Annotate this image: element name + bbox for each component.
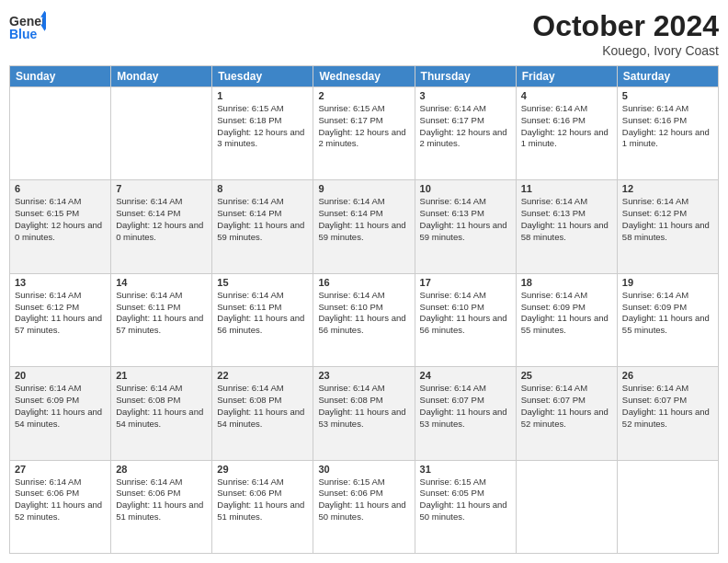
day-number: 13 (15, 277, 106, 288)
calendar-cell: 10Sunrise: 6:14 AMSunset: 6:13 PMDayligh… (415, 180, 516, 273)
month-title: October 2024 (532, 9, 719, 43)
calendar-cell: 31Sunrise: 6:15 AMSunset: 6:05 PMDayligh… (415, 460, 516, 553)
day-info: Sunrise: 6:14 AMSunset: 6:07 PMDaylight:… (521, 383, 612, 430)
col-header-sunday: Sunday (10, 66, 111, 87)
day-number: 24 (420, 370, 511, 381)
week-row-1: 1Sunrise: 6:15 AMSunset: 6:18 PMDaylight… (10, 87, 719, 180)
week-row-4: 20Sunrise: 6:14 AMSunset: 6:09 PMDayligh… (10, 367, 719, 460)
title-block: October 2024 Kouego, Ivory Coast (532, 9, 719, 58)
day-info: Sunrise: 6:14 AMSunset: 6:07 PMDaylight:… (420, 383, 511, 430)
day-info: Sunrise: 6:14 AMSunset: 6:11 PMDaylight:… (116, 290, 207, 337)
calendar-cell (111, 87, 212, 180)
calendar-cell: 28Sunrise: 6:14 AMSunset: 6:06 PMDayligh… (111, 460, 212, 553)
day-number: 31 (420, 464, 511, 475)
day-info: Sunrise: 6:14 AMSunset: 6:07 PMDaylight:… (622, 383, 713, 430)
header-row: SundayMondayTuesdayWednesdayThursdayFrid… (10, 66, 719, 87)
day-info: Sunrise: 6:14 AMSunset: 6:06 PMDaylight:… (217, 477, 308, 523)
calendar-cell: 2Sunrise: 6:15 AMSunset: 6:17 PMDaylight… (313, 87, 415, 180)
day-info: Sunrise: 6:14 AMSunset: 6:09 PMDaylight:… (622, 290, 713, 337)
day-number: 20 (15, 370, 106, 381)
calendar-cell: 4Sunrise: 6:14 AMSunset: 6:16 PMDaylight… (516, 87, 617, 180)
calendar-cell: 3Sunrise: 6:14 AMSunset: 6:17 PMDaylight… (415, 87, 516, 180)
day-info: Sunrise: 6:14 AMSunset: 6:14 PMDaylight:… (318, 196, 409, 243)
day-number: 12 (622, 183, 713, 194)
calendar-cell: 5Sunrise: 6:14 AMSunset: 6:16 PMDaylight… (617, 87, 718, 180)
calendar-cell: 22Sunrise: 6:14 AMSunset: 6:08 PMDayligh… (212, 367, 313, 460)
col-header-monday: Monday (111, 66, 212, 87)
calendar-cell: 21Sunrise: 6:14 AMSunset: 6:08 PMDayligh… (111, 367, 212, 460)
day-number: 14 (116, 277, 207, 288)
day-number: 21 (116, 370, 207, 381)
calendar-cell: 18Sunrise: 6:14 AMSunset: 6:09 PMDayligh… (516, 273, 617, 366)
day-info: Sunrise: 6:14 AMSunset: 6:14 PMDaylight:… (116, 196, 207, 243)
day-info: Sunrise: 6:14 AMSunset: 6:12 PMDaylight:… (622, 196, 713, 243)
day-info: Sunrise: 6:15 AMSunset: 6:05 PMDaylight:… (420, 477, 511, 523)
calendar-cell: 6Sunrise: 6:14 AMSunset: 6:15 PMDaylight… (10, 180, 111, 273)
day-info: Sunrise: 6:14 AMSunset: 6:10 PMDaylight:… (318, 290, 409, 337)
week-row-2: 6Sunrise: 6:14 AMSunset: 6:15 PMDaylight… (10, 180, 719, 273)
calendar-cell: 1Sunrise: 6:15 AMSunset: 6:18 PMDaylight… (212, 87, 313, 180)
day-number: 4 (521, 90, 612, 101)
day-info: Sunrise: 6:14 AMSunset: 6:09 PMDaylight:… (15, 383, 106, 430)
day-info: Sunrise: 6:14 AMSunset: 6:08 PMDaylight:… (318, 383, 409, 430)
day-number: 29 (217, 464, 308, 475)
col-header-saturday: Saturday (617, 66, 718, 87)
calendar-cell: 15Sunrise: 6:14 AMSunset: 6:11 PMDayligh… (212, 273, 313, 366)
calendar-table: SundayMondayTuesdayWednesdayThursdayFrid… (9, 65, 719, 554)
day-number: 28 (116, 464, 207, 475)
day-number: 17 (420, 277, 511, 288)
calendar-cell: 12Sunrise: 6:14 AMSunset: 6:12 PMDayligh… (617, 180, 718, 273)
calendar-cell: 25Sunrise: 6:14 AMSunset: 6:07 PMDayligh… (516, 367, 617, 460)
day-number: 18 (521, 277, 612, 288)
calendar-page: General Blue October 2024 Kouego, Ivory … (0, 0, 728, 563)
day-info: Sunrise: 6:14 AMSunset: 6:06 PMDaylight:… (15, 477, 106, 523)
day-number: 11 (521, 183, 612, 194)
day-info: Sunrise: 6:14 AMSunset: 6:16 PMDaylight:… (622, 103, 713, 150)
day-number: 27 (15, 464, 106, 475)
day-number: 23 (318, 370, 409, 381)
day-number: 8 (217, 183, 308, 194)
calendar-cell: 16Sunrise: 6:14 AMSunset: 6:10 PMDayligh… (313, 273, 415, 366)
calendar-cell (10, 87, 111, 180)
week-row-3: 13Sunrise: 6:14 AMSunset: 6:12 PMDayligh… (10, 273, 719, 366)
calendar-cell: 26Sunrise: 6:14 AMSunset: 6:07 PMDayligh… (617, 367, 718, 460)
calendar-cell: 27Sunrise: 6:14 AMSunset: 6:06 PMDayligh… (10, 460, 111, 553)
day-number: 10 (420, 183, 511, 194)
day-info: Sunrise: 6:14 AMSunset: 6:17 PMDaylight:… (420, 103, 511, 150)
day-info: Sunrise: 6:14 AMSunset: 6:10 PMDaylight:… (420, 290, 511, 337)
day-info: Sunrise: 6:14 AMSunset: 6:12 PMDaylight:… (15, 290, 106, 337)
day-info: Sunrise: 6:14 AMSunset: 6:14 PMDaylight:… (217, 196, 308, 243)
col-header-friday: Friday (516, 66, 617, 87)
day-number: 1 (217, 90, 308, 101)
calendar-cell: 7Sunrise: 6:14 AMSunset: 6:14 PMDaylight… (111, 180, 212, 273)
logo-icon: General Blue (9, 9, 46, 46)
day-info: Sunrise: 6:14 AMSunset: 6:13 PMDaylight:… (521, 196, 612, 243)
day-number: 3 (420, 90, 511, 101)
day-info: Sunrise: 6:15 AMSunset: 6:18 PMDaylight:… (217, 103, 308, 150)
day-info: Sunrise: 6:14 AMSunset: 6:08 PMDaylight:… (116, 383, 207, 430)
calendar-cell: 23Sunrise: 6:14 AMSunset: 6:08 PMDayligh… (313, 367, 415, 460)
calendar-cell: 29Sunrise: 6:14 AMSunset: 6:06 PMDayligh… (212, 460, 313, 553)
calendar-cell: 9Sunrise: 6:14 AMSunset: 6:14 PMDaylight… (313, 180, 415, 273)
col-header-wednesday: Wednesday (313, 66, 415, 87)
header: General Blue October 2024 Kouego, Ivory … (9, 9, 719, 58)
day-info: Sunrise: 6:14 AMSunset: 6:15 PMDaylight:… (15, 196, 106, 243)
day-number: 22 (217, 370, 308, 381)
week-row-5: 27Sunrise: 6:14 AMSunset: 6:06 PMDayligh… (10, 460, 719, 553)
day-number: 5 (622, 90, 713, 101)
day-number: 9 (318, 183, 409, 194)
day-info: Sunrise: 6:14 AMSunset: 6:08 PMDaylight:… (217, 383, 308, 430)
day-info: Sunrise: 6:15 AMSunset: 6:17 PMDaylight:… (318, 103, 409, 150)
day-info: Sunrise: 6:14 AMSunset: 6:11 PMDaylight:… (217, 290, 308, 337)
calendar-cell: 14Sunrise: 6:14 AMSunset: 6:11 PMDayligh… (111, 273, 212, 366)
day-number: 26 (622, 370, 713, 381)
calendar-cell: 11Sunrise: 6:14 AMSunset: 6:13 PMDayligh… (516, 180, 617, 273)
day-number: 16 (318, 277, 409, 288)
calendar-cell (617, 460, 718, 553)
day-number: 30 (318, 464, 409, 475)
calendar-cell: 24Sunrise: 6:14 AMSunset: 6:07 PMDayligh… (415, 367, 516, 460)
day-info: Sunrise: 6:14 AMSunset: 6:09 PMDaylight:… (521, 290, 612, 337)
logo: General Blue (9, 9, 46, 46)
day-info: Sunrise: 6:15 AMSunset: 6:06 PMDaylight:… (318, 477, 409, 523)
calendar-cell: 30Sunrise: 6:15 AMSunset: 6:06 PMDayligh… (313, 460, 415, 553)
